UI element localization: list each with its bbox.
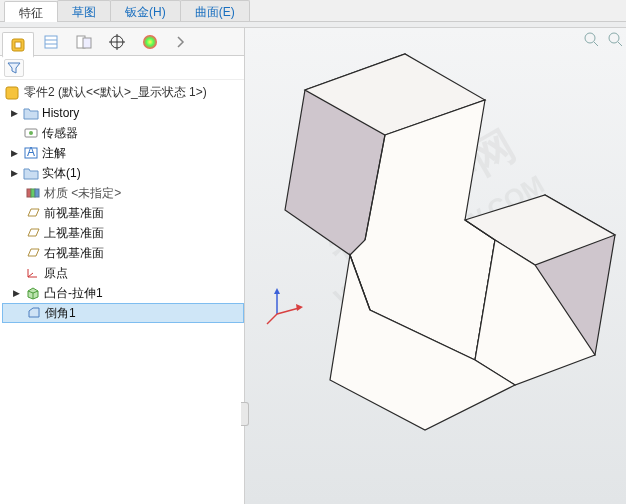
svg-point-13: [29, 131, 33, 135]
tree-item-extrude[interactable]: ▶ 凸台-拉伸1: [2, 283, 244, 303]
panel-tab-strip: [0, 28, 244, 56]
tree-root[interactable]: 零件2 (默认<<默认>_显示状态 1>): [2, 82, 244, 103]
svg-line-21: [28, 273, 33, 277]
tab-surface[interactable]: 曲面(E): [180, 0, 250, 21]
tree-label: 上视基准面: [44, 225, 104, 242]
tree-label: 凸台-拉伸1: [44, 285, 103, 302]
panel-tabs-more[interactable]: [171, 35, 191, 49]
tab-sketch[interactable]: 草图: [57, 0, 111, 21]
svg-rect-6: [83, 38, 91, 48]
svg-text:A: A: [27, 146, 35, 159]
expand-toggle[interactable]: ▶: [10, 288, 22, 298]
main-split: 零件2 (默认<<默认>_显示状态 1>) ▶ History 传感器 ▶ A …: [0, 28, 626, 504]
model-solid: [275, 40, 625, 480]
tree-root-label: 零件2 (默认<<默认>_显示状态 1>): [24, 84, 207, 101]
tree-label: 注解: [42, 145, 66, 162]
tree-label: 原点: [44, 265, 68, 282]
property-manager-icon: [42, 33, 60, 51]
tab-features[interactable]: 特征: [4, 1, 58, 22]
appearance-icon: [141, 33, 159, 51]
expand-toggle[interactable]: ▶: [8, 108, 20, 118]
svg-rect-16: [27, 189, 31, 197]
tree-item-material[interactable]: 材质 <未指定>: [2, 183, 244, 203]
expand-toggle[interactable]: ▶: [8, 168, 20, 178]
feature-tree[interactable]: 零件2 (默认<<默认>_显示状态 1>) ▶ History 传感器 ▶ A …: [0, 80, 244, 504]
feature-manager-panel: 零件2 (默认<<默认>_显示状态 1>) ▶ History 传感器 ▶ A …: [0, 28, 245, 504]
tree-item-front-plane[interactable]: 前视基准面: [2, 203, 244, 223]
svg-point-10: [143, 35, 157, 49]
feature-tree-tab[interactable]: [2, 32, 34, 58]
tree-label: 右视基准面: [44, 245, 104, 262]
svg-rect-1: [15, 42, 21, 48]
tree-item-annotations[interactable]: ▶ A 注解: [2, 143, 244, 163]
tree-label: 倒角1: [45, 305, 76, 322]
folder-icon: [23, 166, 39, 180]
tree-label: 实体(1): [42, 165, 81, 182]
panel-splitter-handle[interactable]: [241, 402, 249, 426]
tree-filter-button[interactable]: [4, 59, 24, 77]
svg-rect-2: [45, 36, 57, 48]
feature-tree-icon: [9, 36, 27, 54]
tree-item-bodies[interactable]: ▶ 实体(1): [2, 163, 244, 183]
graphics-viewport[interactable]: 软件自学网 WWW.RJZXW.COM: [245, 28, 626, 504]
dimxpert-icon: [108, 33, 126, 51]
origin-icon: [25, 266, 41, 280]
tab-sheetmetal[interactable]: 钣金(H): [110, 0, 181, 21]
tree-label: 传感器: [42, 125, 78, 142]
tree-filter-row: [0, 56, 244, 80]
folder-icon: [23, 106, 39, 120]
extrude-icon: [25, 286, 41, 300]
tree-item-sensors[interactable]: 传感器: [2, 123, 244, 143]
expand-toggle[interactable]: ▶: [8, 148, 20, 158]
part-icon: [4, 85, 20, 101]
chamfer-icon: [26, 306, 42, 320]
dimxpert-tab[interactable]: [101, 30, 133, 54]
svg-rect-17: [31, 189, 35, 197]
tree-item-origin[interactable]: 原点: [2, 263, 244, 283]
tree-label: 材质 <未指定>: [44, 185, 121, 202]
sensor-icon: [23, 126, 39, 140]
tree-item-chamfer[interactable]: 倒角1: [2, 303, 244, 323]
plane-icon: [25, 246, 41, 260]
svg-rect-11: [6, 87, 18, 99]
material-icon: [25, 186, 41, 200]
tree-label: 前视基准面: [44, 205, 104, 222]
command-tabs: 特征 草图 钣金(H) 曲面(E): [0, 0, 626, 22]
plane-icon: [25, 226, 41, 240]
tree-item-history[interactable]: ▶ History: [2, 103, 244, 123]
chevron-right-icon: [176, 35, 186, 49]
funnel-icon: [7, 61, 21, 75]
annotation-icon: A: [23, 146, 39, 160]
property-manager-tab[interactable]: [35, 30, 67, 54]
configuration-icon: [75, 33, 93, 51]
plane-icon: [25, 206, 41, 220]
tree-item-right-plane[interactable]: 右视基准面: [2, 243, 244, 263]
configuration-tab[interactable]: [68, 30, 100, 54]
tree-item-top-plane[interactable]: 上视基准面: [2, 223, 244, 243]
appearance-tab[interactable]: [134, 30, 166, 54]
tree-label: History: [42, 106, 79, 120]
svg-rect-18: [35, 189, 39, 197]
